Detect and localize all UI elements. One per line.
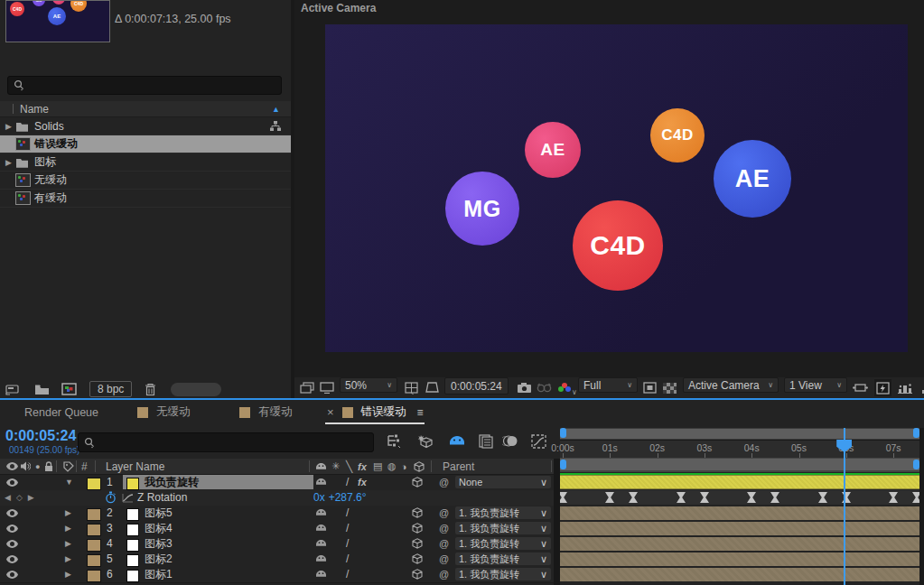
layer-visibility-eye-icon[interactable] [6,521,18,535]
3d-view-dropdown[interactable]: Active Camera∨ [683,377,779,393]
hide-shy-layers-icon[interactable] [448,434,466,448]
layer-expand-triangle[interactable]: ▼ [65,475,73,489]
show-channel-icon[interactable]: ∨ [558,377,573,398]
layer-3d-switch[interactable] [412,567,423,581]
layer-shy-switch[interactable] [315,552,327,566]
layer-duration-bar[interactable] [560,552,919,566]
project-item-comp[interactable]: 有缓动 [0,190,291,208]
project-search-input[interactable] [7,76,282,95]
snapshot-camera-icon[interactable] [517,377,532,398]
layer-shy-switch[interactable] [315,475,327,489]
keyframe-icon[interactable] [889,492,898,503]
layer-visibility-eye-icon[interactable] [6,506,18,520]
timeline-split-divider[interactable] [554,459,560,585]
layer-3d-switch[interactable] [412,552,423,566]
view-layout-dropdown[interactable]: 1 View∨ [784,377,847,393]
parent-dropdown[interactable]: 1. 我负责旋转∨ [455,568,551,580]
property-graph-icon[interactable] [122,490,134,505]
keyframe-icon[interactable] [818,492,827,503]
layer-label-color-swatch[interactable] [87,507,101,522]
layer-visibility-eye-icon[interactable] [6,552,18,566]
parent-dropdown[interactable]: 1. 我负责旋转∨ [455,537,551,550]
layer-duration-bar[interactable] [560,522,919,535]
playhead-line[interactable] [844,440,845,585]
layer-row[interactable]: ▶6图标1/@1. 我负责旋转∨ [0,567,560,583]
time-ruler[interactable]: 0:00s01s02s03s04s05s06s07s [560,440,919,459]
navigator-end-handle[interactable] [913,428,919,438]
layer-visibility-eye-icon[interactable] [6,475,18,489]
sort-ascending-icon[interactable]: ▲ [272,105,280,114]
project-item-folder[interactable]: ▶图标 [0,153,291,172]
work-area-start-handle[interactable] [560,460,566,469]
parent-pick-whip-icon[interactable]: @ [439,552,449,566]
layer-3d-switch[interactable] [412,506,423,520]
bit-depth-button[interactable]: 8 bpc [89,381,132,397]
property-value[interactable]: 0x+287.6° [313,490,367,505]
draft-3d-icon[interactable] [417,434,434,449]
layer-name[interactable]: 图标2 [145,552,173,566]
expand-triangle-icon[interactable]: ▶ [5,122,12,131]
layer-name[interactable]: 图标3 [145,536,173,551]
layer-shy-switch[interactable] [315,506,327,520]
layer-name[interactable]: 图标1 [145,567,173,581]
layer-expand-triangle[interactable]: ▶ [65,552,71,566]
expand-triangle-icon[interactable]: ▶ [5,158,12,167]
project-item-comp[interactable]: 错误缓动 [0,135,291,153]
magnification-dropdown[interactable]: 50%∨ [340,377,397,393]
parent-pick-whip-icon[interactable]: @ [439,506,449,520]
mask-visibility-icon[interactable] [425,377,439,398]
project-settings-icon[interactable] [5,383,22,395]
layer-fx-switch[interactable]: fx [358,475,367,489]
property-name[interactable]: Z Rotation [137,490,187,505]
layer-visibility-eye-icon[interactable] [6,567,18,581]
parent-dropdown[interactable]: 1. 我负责旋转∨ [455,522,551,534]
layer-quality-switch[interactable]: / [346,536,349,551]
property-row[interactable]: ◀◇▶Z Rotation0x+287.6° [0,490,560,506]
keyframe-navigator[interactable]: ◀◇▶ [5,490,40,505]
composition-mini-flowchart-icon[interactable] [387,434,403,448]
graph-editor-icon[interactable] [531,434,546,449]
region-of-interest-icon[interactable] [643,377,657,398]
layer-shy-switch[interactable] [315,567,327,581]
parent-dropdown[interactable]: None∨ [455,476,551,488]
fast-previews-icon[interactable] [874,379,891,396]
parent-pick-whip-icon[interactable]: @ [439,521,449,535]
grid-guides-icon[interactable] [405,377,418,398]
parent-pick-whip-icon[interactable]: @ [439,475,449,489]
project-item-comp[interactable]: 无缓动 [0,172,291,190]
keyframe-icon[interactable] [629,492,638,503]
layer-duration-bar-selected[interactable] [560,475,919,489]
toggle-viewer-lock-icon[interactable] [853,377,868,398]
layer-row[interactable]: ▶4图标3/@1. 我负责旋转∨ [0,536,560,552]
layer-quality-switch[interactable]: / [346,521,349,535]
layer-quality-switch[interactable]: / [346,567,349,581]
timeline-search-input[interactable] [78,432,374,452]
layer-visibility-eye-icon[interactable] [6,536,18,551]
tab-render-queue[interactable]: Render Queue [24,400,98,424]
navigator-start-handle[interactable] [560,428,566,438]
keyframe-icon[interactable] [770,492,779,503]
project-list-header[interactable]: Name ▲ [0,101,291,117]
layer-row[interactable]: ▶2图标5/@1. 我负责旋转∨ [0,506,560,522]
keyframe-icon[interactable] [605,492,614,503]
layer-3d-switch[interactable] [412,536,423,551]
layer-3d-switch[interactable] [412,521,423,535]
parent-column-label[interactable]: Parent [443,459,474,474]
new-folder-icon[interactable] [34,384,50,395]
tab-comp-1[interactable]: 无缓动 [137,400,191,424]
show-snapshot-icon[interactable] [537,377,552,398]
layer-quality-switch[interactable]: / [346,475,349,489]
layer-label-color-swatch[interactable] [87,477,101,491]
keyframe-icon[interactable] [747,492,756,503]
time-navigator[interactable] [560,428,919,440]
layer-label-color-swatch[interactable] [87,553,101,568]
current-time-display[interactable]: 0:00:05:24 [5,428,76,444]
frame-blending-icon[interactable] [479,434,493,449]
layer-name[interactable]: 我负责旋转 [145,475,199,489]
trash-icon[interactable] [145,383,156,396]
layer-label-color-swatch[interactable] [87,569,101,583]
parent-dropdown[interactable]: 1. 我负责旋转∨ [455,506,551,519]
always-preview-icon[interactable] [300,377,314,398]
layer-shy-switch[interactable] [315,536,327,551]
project-item-folder[interactable]: ▶Solids [0,117,291,135]
